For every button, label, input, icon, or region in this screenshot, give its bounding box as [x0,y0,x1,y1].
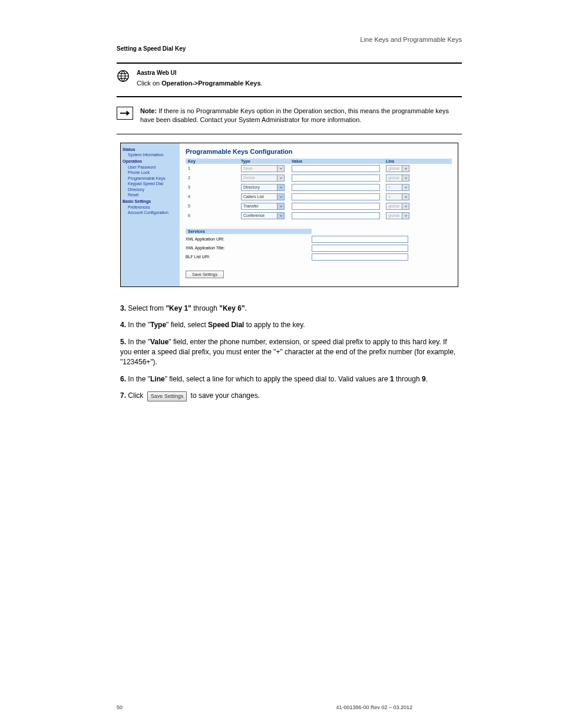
step-text: to apply to the key. [244,321,305,329]
value-input[interactable] [292,193,380,200]
table-row: 2Deleteglobal [186,173,452,183]
th-key: Key [186,159,241,163]
value: 9 [422,375,426,383]
xml-app-uri-label: XML Application URI: [186,237,312,241]
th-line: Line [386,159,415,163]
line-select: global [386,203,415,210]
blf-list-uri-input[interactable] [312,253,408,261]
divider [117,134,462,134]
step-text: through [193,304,219,312]
save-settings-button[interactable]: Save Settings [186,271,224,278]
step-text: Click [128,391,145,400]
inline-save-button-image: Save Settings [147,391,187,401]
note-label: Note: [140,107,157,114]
type-select[interactable]: Conference [241,212,292,219]
divider [117,96,462,97]
line-select: 1 [386,193,415,200]
blf-list-uri-label: BLF List URI: [186,255,312,259]
chevron-down-icon [402,165,409,172]
chevron-down-icon [277,184,285,191]
type-select: Delete [241,174,292,182]
doc-rev: 41-001386-00 Rev 02 – 03.2012 [336,704,413,710]
chevron-down-icon [402,203,409,210]
table-row: 6Conferenceglobal [186,211,452,220]
key-number: 3 [186,185,241,189]
type-select: Save [241,165,292,172]
step-text: " field, enter the phone number, extensi… [120,338,455,366]
chevron-down-icon [277,174,285,182]
line-select: global [386,212,415,219]
arrow-right-icon [117,107,133,120]
field-value: Speed Dial [208,321,244,329]
aastra-web-ui-label: Aastra Web UI [137,70,462,76]
chevron-down-icon [277,193,285,200]
divider [117,62,462,64]
sidebar: Status System Information Operation User… [121,143,180,286]
step-label: 6. [120,375,126,383]
sidebar-operation[interactable]: Operation [123,159,178,164]
type-select[interactable]: Directory [241,184,292,191]
type-select[interactable]: Transfer [241,203,292,210]
sidebar-item[interactable]: Account Configuration [123,210,178,215]
chevron-down-icon [402,193,409,200]
sidebar-item[interactable]: Phone Lock [123,170,178,175]
svg-marker-2 [127,110,130,116]
sidebar-basic-settings[interactable]: Basic Settings [123,199,178,204]
step-label: 5. [120,338,126,346]
xml-app-uri-input[interactable] [312,236,408,243]
table-row: 3Directory1 [186,183,452,192]
value-input[interactable] [292,165,380,172]
value: 1 [390,375,394,383]
line-select: global [386,174,415,182]
value-input[interactable] [292,174,380,182]
chevron-down-icon [402,212,409,219]
sidebar-item[interactable]: Preferences [123,205,178,210]
header-breadcrumb: Line Keys and Programmable Keys [117,35,462,44]
step-text: In the " [128,338,150,346]
key-number: 2 [186,176,241,180]
sidebar-system-info[interactable]: System Information [123,152,178,157]
table-header: Key Type Value Line [186,159,452,164]
line-select: 1 [386,184,415,191]
sidebar-item[interactable]: Directory [123,187,178,192]
field-name: Type [150,321,166,329]
step-text: through [394,375,422,383]
step-text: In the " [128,321,150,329]
step-text: Select from [128,304,166,312]
chevron-down-icon [277,212,285,219]
type-select[interactable]: Callers List [241,193,292,200]
sidebar-item[interactable]: Keypad Speed Dial [123,181,178,186]
th-type: Type [241,159,292,163]
services-header: Services [186,229,312,234]
content-pane: Programmable Keys Configuration Key Type… [180,143,458,286]
field-name: Line [150,375,165,383]
page-title: Programmable Keys Configuration [186,148,452,155]
xml-app-title-input[interactable] [312,245,408,252]
chevron-down-icon [277,165,285,172]
key-number: 6 [186,213,241,218]
step-text: In the " [128,375,150,383]
globe-icon [117,70,130,84]
step-label: 3. [120,304,126,312]
footer: 50 41-001386-00 Rev 02 – 03.2012 [117,704,412,710]
field-name: Value [150,338,168,346]
table-row: 1Saveglobal [186,164,452,173]
sidebar-status[interactable]: Status [123,147,178,152]
line-select: global [386,165,415,172]
table-row: 4Callers List1 [186,192,452,202]
note-text: If there is no Programmable Keys option … [140,107,449,123]
sidebar-item[interactable]: Reset [123,192,178,197]
sidebar-item[interactable]: Programmable Keys [123,176,178,181]
th-value: Value [292,159,386,163]
step-text: " field, select a line for which to appl… [165,375,390,383]
table-row: 5Transferglobal [186,202,452,211]
step-text: to save your changes. [189,391,260,400]
key-number: 5 [186,204,241,208]
chevron-down-icon [402,184,409,191]
value-input[interactable] [292,203,380,210]
value-input[interactable] [292,184,380,191]
sidebar-item[interactable]: User Password [123,164,178,170]
page-number: 50 [117,704,123,710]
step-text: " field, select [166,321,208,329]
value-input[interactable] [292,212,380,219]
